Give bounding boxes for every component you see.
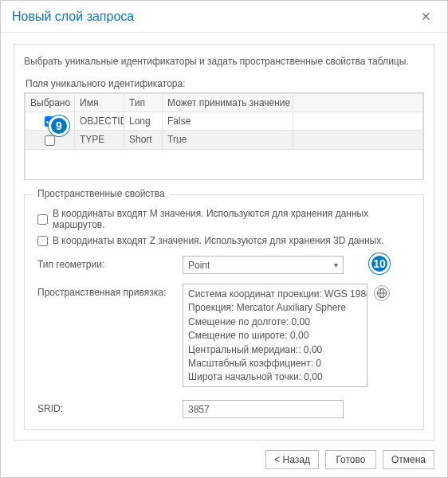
z-values-label: В координаты входят Z значения. Использу… bbox=[53, 235, 384, 246]
cancel-button[interactable]: Отмена bbox=[383, 450, 434, 469]
instruction-text: Выбрать уникальные идентификаторы и зада… bbox=[24, 56, 424, 67]
dialog-title: Новый слой запроса bbox=[12, 10, 134, 24]
spatial-fieldset: Пространственные свойства В координаты в… bbox=[24, 194, 424, 430]
table-header-row: Выбрано Имя Тип Может принимать значение… bbox=[26, 94, 423, 112]
back-button[interactable]: < Назад bbox=[265, 450, 319, 469]
geometry-label: Тип геометрии: bbox=[37, 256, 183, 270]
table-row[interactable]: TYPE Short True bbox=[26, 131, 423, 149]
sref-label: Пространственная привязка: bbox=[37, 284, 183, 298]
table-row[interactable]: OBJECTID Long False bbox=[26, 112, 423, 131]
cell-null: True bbox=[163, 131, 293, 149]
sref-line: Проекция: Mercator Auxiliary Sphere bbox=[188, 301, 362, 315]
col-selected[interactable]: Выбрано bbox=[26, 94, 75, 112]
geometry-row: Тип геометрии: Point 10 bbox=[37, 256, 411, 274]
row-checkbox[interactable] bbox=[45, 135, 55, 146]
sref-line: Смещение по широте: 0,00 bbox=[188, 329, 362, 343]
m-values-row: В координаты входят M значения. Использу… bbox=[37, 208, 411, 230]
cell-type: Long bbox=[124, 112, 163, 131]
geometry-combo[interactable]: Point bbox=[183, 256, 344, 274]
dialog-window: Новый слой запроса ✕ Выбрать уникальные … bbox=[0, 0, 448, 478]
cell-name: TYPE bbox=[75, 131, 124, 149]
srid-label: SRID: bbox=[37, 400, 183, 414]
annotation-10: 10 bbox=[369, 253, 390, 274]
sref-line: Линейная единица: Meter bbox=[188, 385, 362, 387]
sref-textbox[interactable]: Система координат проекции: WGS 1984 Web… bbox=[183, 284, 367, 387]
sref-line: Центральный меридиан:: 0,00 bbox=[188, 343, 362, 357]
annotation-9: 9 bbox=[49, 116, 69, 136]
geometry-value: Point bbox=[188, 260, 210, 271]
sref-line: Смещение по долготе: 0,00 bbox=[188, 315, 362, 329]
sref-row: Пространственная привязка: Система коорд… bbox=[37, 284, 411, 387]
col-type[interactable]: Тип bbox=[124, 94, 163, 112]
sref-line: Широта начальной точки: 0,00 bbox=[188, 370, 362, 384]
table-empty-area bbox=[26, 149, 423, 180]
dialog-footer: < Назад Готово Отмена bbox=[1, 442, 447, 477]
cell-null: False bbox=[163, 112, 293, 131]
m-values-label: В координаты входят M значения. Использу… bbox=[53, 208, 411, 230]
cell-type: Short bbox=[124, 131, 163, 149]
m-values-checkbox[interactable] bbox=[37, 214, 48, 225]
col-name[interactable]: Имя bbox=[75, 94, 124, 112]
sref-line: Масштабный коэффициент: 0 bbox=[188, 357, 362, 370]
dialog-body: Выбрать уникальные идентификаторы и зада… bbox=[1, 33, 447, 442]
col-nullable[interactable]: Может принимать значение NULL bbox=[163, 94, 293, 112]
globe-icon[interactable] bbox=[374, 285, 390, 301]
z-values-row: В координаты входят Z значения. Использу… bbox=[37, 235, 411, 246]
srid-value: 3857 bbox=[188, 404, 210, 415]
uid-table: 9 Выбрано Имя Тип Может принимать значен… bbox=[24, 92, 424, 180]
close-icon[interactable]: ✕ bbox=[416, 6, 436, 27]
uid-section-label: Поля уникального идентификатора: bbox=[26, 78, 424, 89]
srid-input[interactable]: 3857 bbox=[183, 400, 344, 418]
main-panel: Выбрать уникальные идентификаторы и зада… bbox=[14, 44, 434, 441]
sref-line: Система координат проекции: WGS 1984 Web… bbox=[188, 288, 362, 301]
finish-button[interactable]: Готово bbox=[325, 450, 376, 469]
z-values-checkbox[interactable] bbox=[37, 236, 48, 246]
spatial-legend: Пространственные свойства bbox=[33, 188, 170, 199]
cell-name: OBJECTID bbox=[75, 112, 124, 131]
srid-row: SRID: 3857 bbox=[37, 400, 411, 418]
titlebar: Новый слой запроса ✕ bbox=[1, 1, 447, 33]
col-filler bbox=[293, 94, 423, 112]
